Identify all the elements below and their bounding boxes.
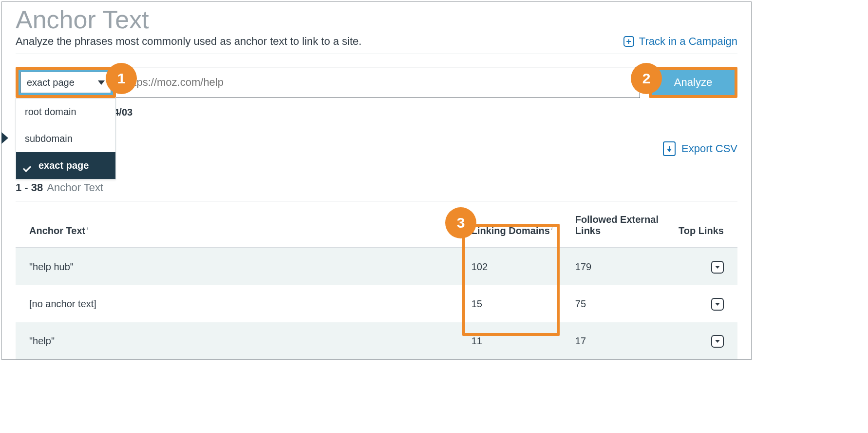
plus-icon: + <box>623 36 634 47</box>
cell-linking-domains: 11 <box>466 322 569 359</box>
col-top-links: Top Links <box>668 201 737 248</box>
cell-followed: 179 <box>569 248 668 285</box>
export-row: Export CSV <box>16 141 737 156</box>
download-icon <box>663 141 676 156</box>
expand-button[interactable] <box>711 261 724 274</box>
scope-highlight: exact page root domain subdomain exact p… <box>16 67 116 98</box>
info-icon[interactable]: i <box>87 225 88 232</box>
subtitle-row: Analyze the phrases most commonly used a… <box>16 35 737 54</box>
scope-dropdown[interactable]: exact page <box>20 72 111 93</box>
scope-option-label: subdomain <box>25 133 73 144</box>
cell-anchor: "help" <box>16 322 466 359</box>
result-label: Anchor Text <box>47 181 103 194</box>
table-row: "help hub" 102 179 <box>16 248 737 285</box>
table-row: [no anchor text] 15 75 <box>16 285 737 322</box>
info-icon[interactable]: i <box>551 225 553 232</box>
scope-option-root-domain[interactable]: root domain <box>16 98 115 125</box>
scope-selected-label: exact page <box>27 77 75 88</box>
analyze-highlight: Analyze <box>649 67 737 98</box>
cell-anchor: "help hub" <box>16 248 466 285</box>
scope-dropdown-menu: root domain subdomain exact page <box>16 98 116 179</box>
export-csv-label: Export CSV <box>681 142 737 155</box>
col-linking-domains[interactable]: Linking Domainsi <box>466 201 569 248</box>
scope-option-label: exact page <box>38 160 89 171</box>
expand-button[interactable] <box>711 335 724 348</box>
caret-down-icon <box>715 266 720 269</box>
caret-down-icon <box>715 303 720 306</box>
page-container: Anchor Text Analyze the phrases most com… <box>1 1 752 360</box>
expand-button[interactable] <box>711 298 724 311</box>
analyze-button[interactable]: Analyze <box>652 70 735 95</box>
page-title: Anchor Text <box>16 5 737 34</box>
cell-linking-domains: 15 <box>466 285 569 322</box>
track-campaign-link[interactable]: + Track in a Campaign <box>623 35 737 48</box>
result-count: 1 - 38 Anchor Text <box>16 181 737 201</box>
step-badge-3: 3 <box>445 207 476 238</box>
cell-followed: 17 <box>569 322 668 359</box>
caret-down-icon <box>98 80 105 85</box>
export-csv-link[interactable]: Export CSV <box>663 141 737 156</box>
results-table: Anchor Texti Linking Domainsi Followed E… <box>16 201 737 359</box>
cell-linking-domains: 102 <box>466 248 569 285</box>
queries-remaining-text: eries available until 04/03 <box>16 107 737 118</box>
col-anchor-text[interactable]: Anchor Texti <box>16 201 466 248</box>
scope-option-subdomain[interactable]: subdomain <box>16 125 115 152</box>
step-badge-2: 2 <box>631 63 662 94</box>
cell-followed: 75 <box>569 285 668 322</box>
scope-option-exact-page[interactable]: exact page <box>16 152 115 179</box>
cell-anchor: [no anchor text] <box>16 285 466 322</box>
track-campaign-label: Track in a Campaign <box>639 35 737 48</box>
result-range: 1 - 38 <box>16 181 43 194</box>
table-row: "help" 11 17 <box>16 322 737 359</box>
check-icon <box>25 163 34 169</box>
sidebar-expand-icon[interactable] <box>1 132 8 144</box>
url-input[interactable] <box>116 67 640 98</box>
page-subtitle: Analyze the phrases most commonly used a… <box>16 35 361 48</box>
step-badge-1: 1 <box>106 63 137 94</box>
caret-down-icon <box>715 340 720 343</box>
scope-option-label: root domain <box>25 106 76 118</box>
col-followed-links[interactable]: Followed External Links <box>569 201 668 248</box>
